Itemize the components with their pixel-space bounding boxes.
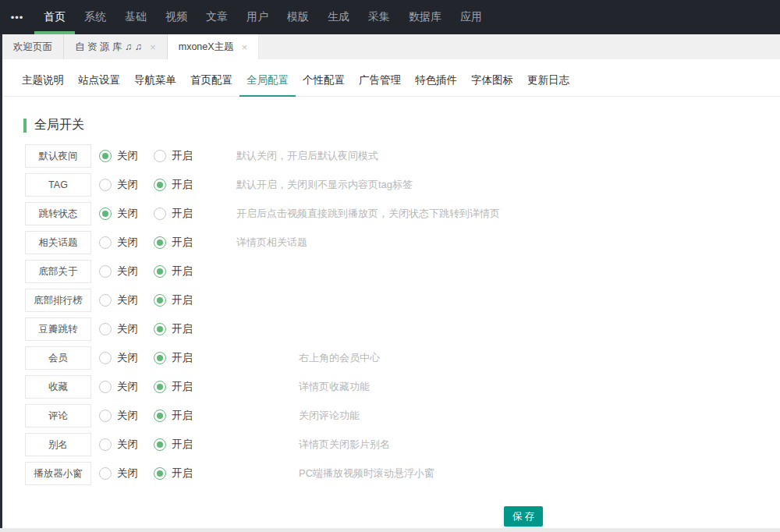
radio-off[interactable]: 关闭 [99,236,154,250]
setting-label-button[interactable]: 底部排行榜 [25,289,91,312]
setting-description: 详情页相关话题 [236,236,307,250]
radio-label: 开启 [172,438,193,452]
setting-row: 会员关闭开启右上角的会员中心 [25,346,780,370]
radio-circle-icon [154,179,166,191]
radio-label: 开启 [172,322,193,336]
radio-circle-icon [154,467,166,480]
window-tab[interactable]: 欢迎页面 [2,34,64,59]
setting-description: 关闭评论功能 [299,409,360,423]
radio-on[interactable]: 开启 [154,178,208,192]
radio-on[interactable]: 开启 [154,236,208,250]
radio-label: 关闭 [117,149,138,163]
radio-on[interactable]: 开启 [154,380,208,394]
subtab-导航菜单[interactable]: 导航菜单 [127,66,183,97]
setting-description: 详情页收藏功能 [299,380,370,394]
radio-circle-icon [99,294,112,307]
radio-label: 关闭 [117,264,138,278]
subtab-站点设置[interactable]: 站点设置 [71,66,127,97]
radio-label: 开启 [172,264,193,278]
radio-on[interactable]: 开启 [154,149,208,163]
radio-off[interactable]: 关闭 [99,178,154,192]
nav-item-生成[interactable]: 生成 [318,0,359,34]
subtab-字体图标[interactable]: 字体图标 [464,66,520,97]
window-tabbar: 欢迎页面自 资 源 库 ♫ ♫×mxoneX主题× [0,34,780,59]
top-navbar: ••• 首页系统基础视频文章用户模版生成采集数据库应用 [0,0,780,34]
radio-label: 开启 [172,207,193,221]
nav-item-数据库[interactable]: 数据库 [399,0,451,34]
close-icon[interactable]: × [242,42,248,52]
nav-item-首页[interactable]: 首页 [34,0,75,34]
setting-label-button[interactable]: 豆瓣跳转 [25,317,91,341]
radio-label: 开启 [172,178,193,192]
radio-circle-icon [154,410,166,422]
section-header: 全局开关 [23,117,780,133]
setting-row: 豆瓣跳转关闭开启 [25,317,780,341]
window-tab[interactable]: 自 资 源 库 ♫ ♫× [64,34,168,59]
setting-row: 底部关于关闭开启 [25,260,780,283]
radio-off[interactable]: 关闭 [99,322,154,336]
nav-item-模版[interactable]: 模版 [278,0,318,34]
subtab-广告管理[interactable]: 广告管理 [352,66,408,97]
radio-off[interactable]: 关闭 [99,466,154,481]
radio-circle-icon [99,381,112,393]
setting-description: 右上角的会员中心 [299,351,380,365]
radio-off[interactable]: 关闭 [99,351,154,365]
radio-label: 开启 [172,380,193,394]
radio-on[interactable]: 开启 [154,466,208,481]
save-button[interactable]: 保存 [504,506,543,527]
horizontal-scrollbar[interactable] [0,528,780,532]
setting-label-button[interactable]: 播放器小窗 [25,462,91,485]
setting-description: 默认开启，关闭则不显示内容页tag标签 [236,178,413,192]
radio-off[interactable]: 关闭 [99,438,154,452]
nav-item-用户[interactable]: 用户 [237,0,278,34]
radio-on[interactable]: 开启 [154,409,208,423]
radio-label: 关闭 [117,293,138,307]
setting-label-button[interactable]: 评论 [25,404,91,427]
nav-item-文章[interactable]: 文章 [197,0,237,34]
setting-label-button[interactable]: 会员 [25,346,91,370]
radio-label: 开启 [172,466,193,481]
setting-label-button[interactable]: 别名 [25,433,91,456]
nav-item-采集[interactable]: 采集 [359,0,399,34]
radio-on[interactable]: 开启 [154,264,208,278]
theme-subtabs: 主题说明站点设置导航菜单首页配置全局配置个性配置广告管理特色插件字体图标更新日志 [0,66,780,97]
radio-off[interactable]: 关闭 [99,149,154,163]
radio-on[interactable]: 开启 [154,322,208,336]
nav-item-基础[interactable]: 基础 [115,0,156,34]
setting-label-button[interactable]: 底部关于 [25,260,91,283]
window-tab[interactable]: mxoneX主题× [168,34,259,59]
radio-circle-icon [154,265,166,278]
radio-off[interactable]: 关闭 [99,380,154,394]
radio-on[interactable]: 开启 [154,293,208,307]
subtab-更新日志[interactable]: 更新日志 [520,66,576,97]
radio-circle-icon [99,467,112,480]
close-icon[interactable]: × [150,42,156,52]
nav-item-视频[interactable]: 视频 [156,0,197,34]
section-title: 全局开关 [34,117,84,133]
radio-off[interactable]: 关闭 [99,293,154,307]
subtab-首页配置[interactable]: 首页配置 [183,66,239,97]
radio-off[interactable]: 关闭 [99,207,154,221]
subtab-特色插件[interactable]: 特色插件 [408,66,464,97]
radio-on[interactable]: 开启 [154,207,208,221]
radio-off[interactable]: 关闭 [99,409,154,423]
subtab-个性配置[interactable]: 个性配置 [296,66,352,97]
setting-label-button[interactable]: TAG [25,173,91,197]
setting-label-button[interactable]: 收藏 [25,375,91,399]
nav-item-系统[interactable]: 系统 [75,0,115,34]
subtab-主题说明[interactable]: 主题说明 [15,66,71,97]
radio-label: 关闭 [117,466,138,481]
subtab-全局配置[interactable]: 全局配置 [239,66,296,97]
radio-on[interactable]: 开启 [154,438,208,452]
setting-label-button[interactable]: 相关话题 [25,231,91,254]
radio-off[interactable]: 关闭 [99,264,154,278]
setting-row: TAG关闭开启默认开启，关闭则不显示内容页tag标签 [25,173,780,197]
setting-label-button[interactable]: 默认夜间 [25,144,91,168]
more-menu-icon[interactable]: ••• [0,0,34,34]
setting-description: PC端播放视频时滚动悬浮小窗 [299,466,434,481]
radio-circle-icon [99,179,112,191]
setting-label-button[interactable]: 跳转状态 [25,202,91,225]
radio-circle-icon [99,438,112,451]
radio-on[interactable]: 开启 [154,351,208,365]
nav-item-应用[interactable]: 应用 [451,0,491,34]
